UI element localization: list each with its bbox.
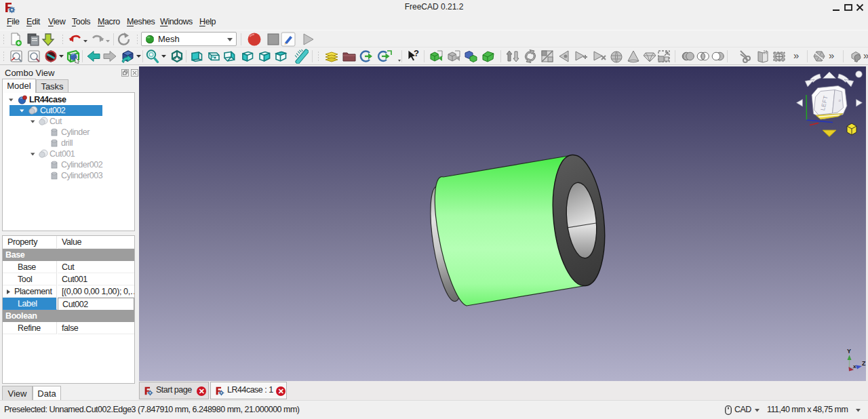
- svg-text:x: x: [853, 363, 856, 370]
- svg-text:Y: Y: [847, 348, 851, 355]
- svg-text:?: ?: [414, 49, 419, 58]
